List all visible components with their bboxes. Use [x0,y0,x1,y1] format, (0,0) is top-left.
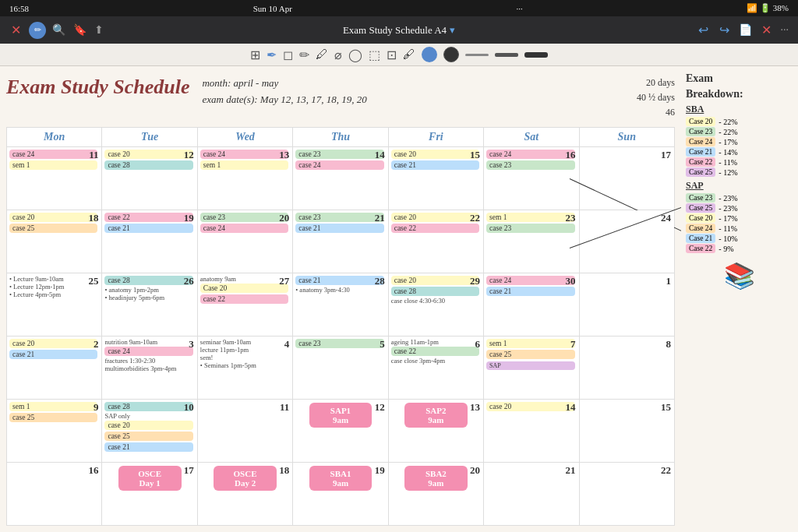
sba-case-pct-4: - 14% [719,148,737,157]
col-mon: Mon [7,127,102,146]
cell-tue-w2: 19 case 22 case 21 [102,210,197,273]
cell-thu-w4: 5 case 23 [293,336,388,399]
cell-tue-w4: 3 nutrition 9am-10am case 24 fractures 1… [102,336,197,399]
col-tue: Tue [102,127,197,146]
sap-case-label-4: Case 24 [686,224,715,233]
share-icon[interactable]: ⬆ [93,22,105,38]
sba-case-pct-6: - 12% [719,168,737,177]
event-tag: case 20 [391,213,479,222]
event-tag: case 25 [486,350,574,359]
bookmark-icon[interactable]: 🔖 [72,22,88,38]
cell-fri-w3: 29 case 20 case 28 case close 4:30-6:30 [388,273,483,336]
more-icon[interactable]: ··· [779,23,791,38]
anatomy-text-4: • anatomy 3pm-4:30 [295,286,385,294]
eyedropper-icon[interactable]: 🖋 [403,48,415,62]
event-tag: Case 20 [200,284,288,293]
cell-tue-w5: 10 case 28 SAP only case 20 case 25 case… [102,399,197,462]
line-thick[interactable] [524,52,548,58]
event-tag: case 20 [104,150,192,159]
line-thin[interactable] [465,54,489,56]
anatomy-text-2: • headinjury 5pm-6pm [104,294,194,301]
day-num: 5 [380,338,385,351]
sap-case-label-1: Case 23 [686,193,715,203]
time: 16:58 [9,4,29,13]
sap-only-text: SAP only [104,412,194,420]
case-close-text-2: case close 3pm-4pm [391,357,481,365]
sba-case-pct-1: - 22% [719,118,737,126]
color-dark[interactable] [443,47,459,62]
pencil-icon[interactable]: ✏ [299,48,309,62]
cell-fri-w4: 6 ageing 11am-1pm case 22 case close 3pm… [388,336,483,399]
color-blue[interactable] [422,47,437,62]
cell-tue-w3: 26 case 28 • anatomy 1pm-2pm • headinjur… [102,273,197,336]
redo-button[interactable]: ↪ [716,21,733,39]
insert-icon[interactable]: ⬚ [369,48,380,62]
title-dropdown-icon[interactable]: ▾ [450,24,455,37]
shapes-icon[interactable]: ◯ [348,48,362,62]
case-close-text: case close 4:30-6:30 [391,297,481,305]
close-button[interactable]: ✕ [8,21,24,39]
event-tag: case 21 [486,287,574,296]
event-tag: SAP [486,361,574,370]
lasso-icon[interactable]: ⌀ [334,48,342,62]
new-doc-icon[interactable]: 📄 [737,22,754,38]
exam-value: May 12, 13, 17, 18, 19, 20 [260,93,367,105]
day-num: 7 [570,338,576,351]
sap-case-label-3: Case 20 [686,213,715,223]
event-tag: case 22 [391,347,479,356]
multi-text: multimorbidities 3pm-4pm [104,365,194,372]
sap-item-3: Case 20 - 17% [686,213,793,223]
sba-item-5: Case 22 - 11% [686,157,793,167]
event-tag: case 21 [391,160,479,170]
cell-sat-w1: 16 case 24 case 23 [484,146,579,210]
pen-icon[interactable]: ✒ [267,48,277,62]
close-right-button[interactable]: ✕ [758,21,775,39]
sba-item-1: Case 20 - 22% [686,117,793,126]
event-tag: case 22 [200,294,288,304]
cell-wed-w6: 18 OSCEDay 2 [197,462,292,525]
day-num: 17 [661,149,671,161]
undo-button[interactable]: ↩ [695,21,711,39]
sap-case-label-2: Case 25 [686,203,715,213]
col-sat: Sat [484,127,579,146]
cell-sun-w1: 17 [579,146,674,210]
cell-sat-w2: 23 sem 1 case 23 [484,210,579,273]
cell-fri-w2: 22 case 20 case 22 [388,210,483,273]
event-tag: case 24 [486,276,574,285]
grid-icon[interactable]: ⊞ [250,48,260,62]
event-tag: case 20 [486,402,574,411]
day-num: 18 [88,212,98,224]
col-thu: Thu [293,127,388,146]
day-num: 28 [375,275,385,287]
sap-case-label-5: Case 21 [686,234,715,243]
cell-fri-w6: 20 SBA29am [388,462,483,525]
cell-fri-w1: 15 case 20 case 21 [388,146,483,210]
eraser-icon[interactable]: ◻ [283,48,293,62]
sap-item-1: Case 23 - 23% [686,193,793,203]
calendar-table: Mon Tue Wed Thu Fri Sat Sun 11 case [6,127,675,526]
sba-case-label-2: Case 23 [686,127,715,136]
cell-mon-w4: 2 case 20 case 21 [7,336,102,399]
event-tag: case 20 [9,213,97,222]
day-num: 18 [279,464,289,477]
transform-icon[interactable]: ⊡ [387,48,397,62]
day-num: 9 [94,401,99,414]
line-medium[interactable] [495,53,518,57]
col-fri: Fri [388,127,483,146]
sba-case-label-4: Case 21 [686,147,715,157]
toolbar-left: ✕ ✏ 🔍 🔖 ⬆ [8,21,201,39]
search-icon[interactable]: 🔍 [51,22,67,38]
exam-tag-osce2: OSCEDay 2 [214,466,277,491]
marker-icon[interactable]: 🖊 [316,48,328,62]
sba-item-4: Case 21 - 14% [686,147,793,157]
event-tag: case 28 [104,402,192,411]
toolbar-dots-top: ··· [516,4,522,13]
cell-wed-w4: 4 seminar 9am-10am lecture 11pm-1pm sem!… [197,336,292,399]
day-num: 23 [566,212,576,224]
cell-mon-w6: 16 [7,462,102,525]
sba-case-label-6: Case 25 [686,167,715,177]
day-num: 20 [470,464,480,477]
cell-mon-w2: 18 case 20 case 25 [7,210,102,273]
draw-toolbar: ⊞ ✒ ◻ ✏ 🖊 ⌀ ◯ ⬚ ⊡ 🖋 [0,44,798,66]
event-tag: case 20 [104,421,192,430]
